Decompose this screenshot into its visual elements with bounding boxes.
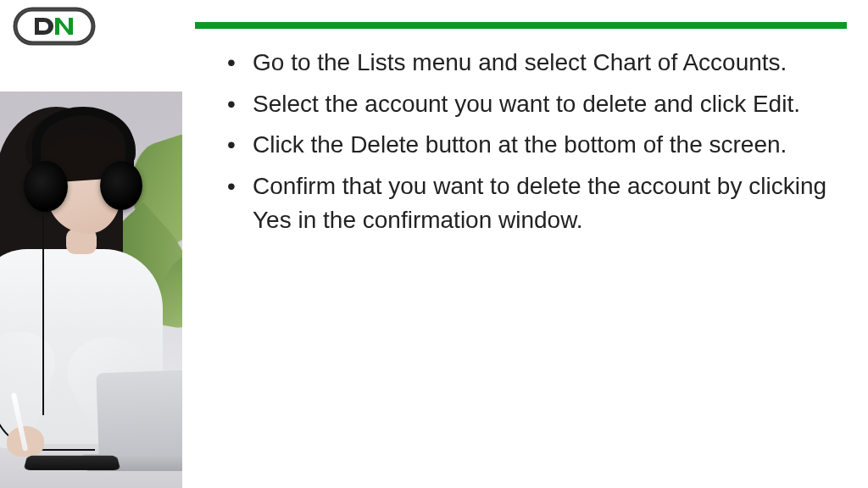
list-item: Click the Delete button at the bottom of… — [246, 128, 838, 163]
list-item: Confirm that you want to delete the acco… — [246, 169, 838, 238]
instruction-list: Go to the Lists menu and select Chart of… — [195, 46, 847, 238]
svg-rect-1 — [15, 9, 93, 43]
brand-logo — [13, 7, 96, 49]
slide-content: Go to the Lists menu and select Chart of… — [195, 22, 847, 471]
laptop-icon — [96, 369, 182, 458]
accent-bar — [195, 22, 847, 29]
slide: Go to the Lists menu and select Chart of… — [0, 0, 868, 488]
svg-rect-0 — [15, 9, 93, 43]
list-item: Select the account you want to delete an… — [246, 87, 838, 122]
sidebar-photo — [0, 92, 182, 488]
tablet-icon — [24, 456, 121, 470]
list-item: Go to the Lists menu and select Chart of… — [246, 46, 838, 80]
